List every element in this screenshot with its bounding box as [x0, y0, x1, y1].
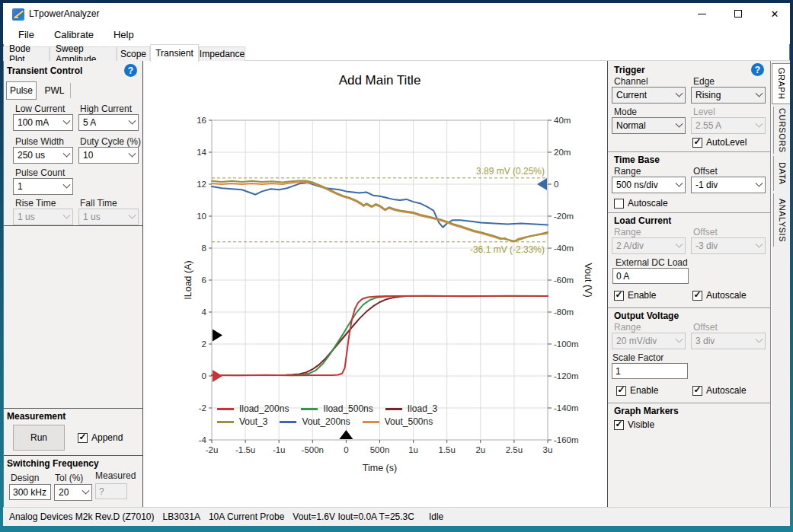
legend-label: Vout_200ns — [302, 416, 350, 427]
legend-item-Iload_200ns: Iload_200ns — [217, 403, 289, 414]
side-tab-analysis[interactable]: ANALYSIS — [773, 193, 790, 247]
minimize-icon — [698, 14, 706, 14]
append-checkbox[interactable]: Append — [78, 432, 123, 443]
chevron-down-icon — [129, 149, 136, 157]
chevron-down-icon — [129, 211, 136, 218]
subtab-pwl[interactable]: PWL — [39, 83, 71, 98]
y-axis-label-left: ILoad (A) — [183, 246, 195, 314]
legend-label: Vout_500ns — [385, 416, 433, 427]
low-current-select[interactable]: 100 mA — [13, 114, 73, 131]
side-tab-graph[interactable]: GRAPH — [772, 63, 790, 104]
svg-text:8: 8 — [202, 244, 206, 253]
legend-label: Vout_3 — [239, 416, 267, 427]
tab-scope[interactable]: Scope — [117, 46, 150, 61]
pulse-width-select[interactable]: 250 us — [13, 147, 73, 164]
switching-frequency-title: Switching Frequency — [7, 458, 99, 469]
design-input[interactable] — [9, 484, 51, 500]
section-divider — [608, 151, 770, 152]
section-divider — [608, 212, 770, 213]
svg-text:2u: 2u — [475, 445, 485, 454]
svg-text:40m: 40m — [554, 116, 571, 125]
legend-item-Vout_3: Vout_3 — [217, 416, 267, 427]
chevron-down-icon — [676, 119, 683, 127]
menu-file[interactable]: File — [11, 26, 42, 43]
vout-zero-marker[interactable] — [537, 178, 547, 190]
svg-text:-20m: -20m — [554, 212, 574, 221]
high-current-select[interactable]: 5 A — [78, 114, 139, 131]
menu-help[interactable]: Help — [106, 26, 142, 43]
svg-text:-2u: -2u — [206, 445, 219, 454]
checkbox-check-icon — [692, 386, 702, 396]
time-base-autoscale-checkbox[interactable]: Autoscale — [614, 198, 668, 209]
external-dc-load-input[interactable] — [612, 268, 689, 284]
help-icon[interactable]: ? — [124, 64, 137, 77]
status-bar: Analog Devices M2k Rev.D (Z7010) LB3031A… — [3, 507, 790, 526]
time-base-offset-select[interactable]: -1 div — [691, 177, 766, 193]
output-voltage-autoscale-checkbox[interactable]: Autoscale — [692, 385, 747, 396]
maximize-button[interactable] — [721, 3, 756, 24]
status-device: Analog Devices M2k Rev.D (Z7010) — [9, 511, 155, 522]
tab-bode-plot[interactable]: Bode Plot — [3, 46, 50, 61]
svg-text:2.5u: 2.5u — [506, 445, 523, 454]
tol-label: Tol (%) — [55, 473, 83, 483]
annotation-text: 3.89 mV (0.25%) — [476, 166, 545, 177]
scale-factor-input[interactable] — [612, 363, 688, 379]
tab-transient[interactable]: Transient — [150, 44, 199, 62]
pulse-count-select[interactable]: 1 — [13, 178, 73, 195]
svg-text:-60m: -60m — [554, 276, 574, 285]
trigger-level-select: 2.55 A — [691, 117, 766, 134]
svg-text:4: 4 — [202, 307, 207, 317]
external-dc-load-label: External DC Load — [616, 257, 688, 268]
minimize-button[interactable] — [684, 3, 719, 24]
close-button[interactable]: ✕ — [757, 3, 792, 24]
trigger-mode-select[interactable]: Normal — [612, 117, 686, 134]
output-voltage-enable-checkbox[interactable]: Enable — [616, 385, 658, 396]
subtab-pulse[interactable]: Pulse — [6, 81, 37, 100]
load-current-enable-checkbox[interactable]: Enable — [614, 290, 656, 301]
chevron-down-icon — [82, 486, 90, 494]
svg-text:0: 0 — [554, 180, 558, 189]
transient-control-panel: Transient Control ? Pulse PWL Low Curren… — [4, 61, 143, 507]
output-voltage-title: Output Voltage — [614, 311, 679, 321]
svg-text:10: 10 — [197, 212, 206, 221]
svg-text:-2: -2 — [199, 403, 206, 413]
time-base-range-select[interactable]: 500 ns/div — [612, 177, 686, 193]
trigger-channel-label: Channel — [614, 76, 648, 87]
iload-zero-marker[interactable] — [213, 370, 222, 382]
chart-area: Add Main Title 1614121086420-2-440m20m0-… — [144, 61, 607, 507]
tab-sweep-amplitude[interactable]: Sweep Amplitude — [50, 46, 117, 61]
output-voltage-offset-select: 3 div — [691, 333, 766, 349]
fall-time-label: Fall Time — [80, 198, 117, 209]
pulse-count-label: Pulse Count — [15, 167, 65, 178]
trigger-edge-select[interactable]: Rising — [691, 87, 766, 104]
time-base-offset-label: Offset — [693, 166, 718, 177]
load-current-autoscale-checkbox[interactable]: Autoscale — [692, 290, 747, 301]
chevron-down-icon — [676, 179, 683, 186]
side-tab-strip: GRAPH CURSORS DATA ANALYSIS — [772, 61, 790, 507]
trigger-edge-label: Edge — [693, 76, 715, 87]
chevron-down-icon — [756, 179, 763, 186]
duty-cycle-select[interactable]: 10 — [78, 147, 139, 164]
autolevel-checkbox[interactable]: AutoLevel — [692, 137, 747, 148]
svg-text:-40m: -40m — [554, 244, 574, 253]
help-icon[interactable]: ? — [751, 63, 764, 76]
trigger-time-marker[interactable] — [339, 430, 353, 439]
load-current-offset-select: -3 div — [691, 237, 766, 254]
side-tab-cursors[interactable]: CURSORS — [773, 107, 790, 154]
trigger-channel-select[interactable]: Current — [612, 87, 686, 104]
rise-time-label: Rise Time — [15, 198, 56, 209]
chevron-down-icon — [63, 149, 71, 157]
chevron-down-icon — [676, 335, 683, 342]
chevron-down-icon — [676, 240, 683, 247]
chevron-down-icon — [756, 240, 763, 247]
side-tab-data[interactable]: DATA — [773, 156, 790, 191]
graph-markers-visible-checkbox[interactable]: Visible — [614, 419, 654, 430]
trigger-level-marker[interactable] — [213, 329, 222, 341]
settings-panel: Trigger ? Channel Edge Current Rising Mo… — [607, 61, 771, 507]
app-icon — [12, 8, 24, 21]
run-button[interactable]: Run — [13, 425, 65, 451]
fall-time-select: 1 us — [78, 209, 139, 225]
menu-calibrate[interactable]: Calibrate — [46, 26, 101, 43]
tol-select[interactable]: 20 — [54, 484, 92, 501]
tab-impedance[interactable]: Impedance — [199, 46, 245, 61]
